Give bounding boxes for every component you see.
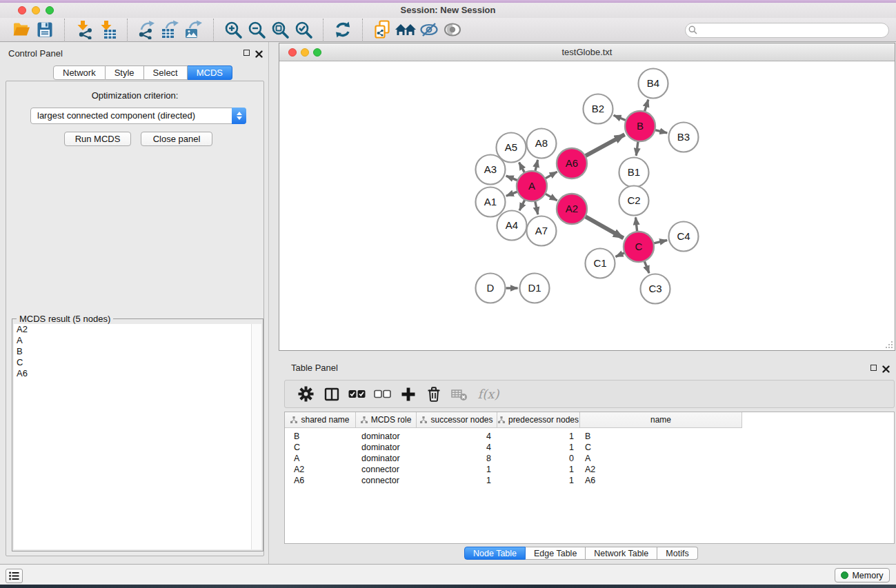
export-network-button[interactable] [135, 19, 159, 41]
mcds-result-list[interactable]: A2 A B C A6 [14, 324, 261, 549]
export-table-button[interactable] [159, 19, 182, 41]
table-cell[interactable]: A [285, 454, 356, 465]
table-cell[interactable]: dominator [356, 454, 417, 465]
column-header-predecessor-nodes[interactable]: predecessor nodes [497, 412, 580, 428]
zoom-traffic-light[interactable] [46, 6, 54, 14]
table-cell[interactable]: connector [356, 476, 417, 487]
table-row[interactable]: C dominator 4 1 C [285, 443, 742, 454]
resize-grip-icon[interactable] [885, 341, 893, 349]
function-builder-button[interactable]: f(x) [472, 381, 505, 407]
table-cell[interactable]: 1 [497, 443, 580, 454]
table-cell[interactable]: 0 [497, 454, 580, 465]
zoom-traffic-light[interactable] [313, 48, 321, 57]
table-row[interactable]: A2 connector 1 1 A2 [285, 465, 742, 476]
scrollbar[interactable] [251, 324, 261, 549]
table-cell[interactable]: A2 [285, 465, 356, 476]
tab-network-table[interactable]: Network Table [586, 547, 657, 560]
graph-node-B4[interactable]: B4 [639, 69, 668, 99]
task-history-button[interactable] [6, 569, 23, 583]
float-panel-icon[interactable] [870, 365, 877, 371]
zoom-selected-button[interactable] [292, 19, 315, 41]
run-mcds-button[interactable]: Run MCDS [64, 132, 131, 146]
tab-edge-table[interactable]: Edge Table [526, 547, 586, 560]
delete-column-button[interactable] [421, 381, 446, 407]
network-window-titlebar[interactable]: testGlobe.txt [279, 43, 895, 61]
table-cell[interactable]: A6 [285, 476, 356, 487]
column-header-shared-name[interactable]: shared name [285, 412, 356, 428]
table-cell[interactable]: 1 [497, 476, 580, 487]
tab-motifs[interactable]: Motifs [657, 547, 697, 560]
column-header-name[interactable]: name [580, 412, 742, 428]
table-cell[interactable]: 4 [417, 443, 497, 454]
graph-node-D[interactable]: D [476, 274, 506, 303]
graph-node-A6[interactable]: A6 [557, 148, 587, 179]
graph-node-B[interactable]: B [625, 111, 655, 141]
table-settings-button[interactable] [293, 381, 319, 407]
column-header-successor-nodes[interactable]: successor nodes [417, 412, 497, 428]
graph-node-B1[interactable]: B1 [619, 158, 649, 187]
graph-node-A2[interactable]: A2 [557, 194, 587, 224]
add-column-button[interactable] [395, 381, 421, 407]
graph-node-A7[interactable]: A7 [527, 216, 557, 246]
refresh-layout-button[interactable] [331, 19, 355, 41]
table-cell[interactable]: 4 [417, 432, 497, 443]
deselect-all-button[interactable] [370, 381, 395, 407]
graph-node-A3[interactable]: A3 [476, 155, 506, 185]
close-panel-icon[interactable] [255, 50, 263, 58]
tab-style[interactable]: Style [106, 65, 144, 80]
table-row[interactable]: B dominator 4 1 B [285, 432, 742, 443]
table-cell[interactable]: dominator [356, 443, 417, 454]
graph-node-B3[interactable]: B3 [669, 123, 699, 152]
graph-node-B2[interactable]: B2 [584, 94, 613, 124]
memory-button[interactable]: Memory [835, 568, 890, 582]
delete-table-button[interactable] [446, 381, 472, 407]
table-cell[interactable]: 1 [497, 465, 580, 476]
zoom-fit-button[interactable] [268, 19, 292, 41]
network-graph[interactable]: B4B2BB3A5A8A6A3B1AA1C2A2A4A7C4CC1C3DD1 [279, 62, 895, 352]
graph-node-A8[interactable]: A8 [527, 129, 557, 159]
column-header-mcds-role[interactable]: MCDS role [356, 412, 417, 428]
graph-node-C3[interactable]: C3 [641, 274, 670, 304]
save-session-button[interactable] [33, 19, 57, 41]
tab-select[interactable]: Select [144, 65, 188, 80]
table-cell[interactable]: connector [356, 465, 417, 476]
graph-node-C4[interactable]: C4 [669, 222, 699, 252]
close-traffic-light[interactable] [288, 48, 297, 57]
select-all-button[interactable] [344, 381, 370, 407]
list-item[interactable]: A2 [14, 324, 261, 335]
graph-node-D1[interactable]: D1 [520, 274, 550, 303]
table-row[interactable]: A dominator 8 0 A [285, 454, 742, 465]
tab-node-table[interactable]: Node Table [464, 547, 526, 560]
graph-node-A4[interactable]: A4 [497, 211, 527, 241]
zoom-out-button[interactable] [245, 19, 268, 41]
table-cell[interactable]: B [580, 432, 742, 443]
table-cell[interactable]: A [580, 454, 742, 465]
column-view-button[interactable] [319, 381, 344, 407]
graph-node-C2[interactable]: C2 [619, 186, 649, 216]
zoom-in-button[interactable] [221, 19, 245, 41]
table-cell[interactable]: A2 [580, 465, 742, 476]
close-panel-icon[interactable] [882, 365, 890, 373]
optimization-criterion-select[interactable]: largest connected component (directed) [30, 108, 246, 124]
table-cell[interactable]: 1 [417, 476, 497, 487]
network-canvas[interactable]: B4B2BB3A5A8A6A3B1AA1C2A2A4A7C4CC1C3DD1 [279, 62, 895, 350]
table-cell[interactable]: 1 [497, 432, 580, 443]
table-cell[interactable]: 1 [417, 465, 497, 476]
list-item[interactable]: A6 [14, 368, 261, 379]
show-panel-button[interactable] [441, 19, 464, 41]
table-cell[interactable]: A6 [580, 476, 742, 487]
list-item[interactable]: A [14, 335, 261, 346]
table-cell[interactable]: 8 [417, 454, 497, 465]
table-cell[interactable]: dominator [356, 432, 417, 443]
list-item[interactable]: B [14, 346, 261, 357]
export-image-button[interactable] [182, 19, 206, 41]
tab-mcds[interactable]: MCDS [188, 65, 232, 80]
table-cell[interactable]: B [285, 432, 356, 443]
tab-network[interactable]: Network [53, 65, 106, 80]
search-input[interactable] [685, 23, 889, 38]
graph-node-C1[interactable]: C1 [586, 249, 615, 278]
table-cell[interactable]: C [285, 443, 356, 454]
graph-node-A5[interactable]: A5 [497, 133, 526, 163]
import-network-button[interactable] [72, 19, 96, 41]
open-session-button[interactable] [10, 19, 33, 41]
